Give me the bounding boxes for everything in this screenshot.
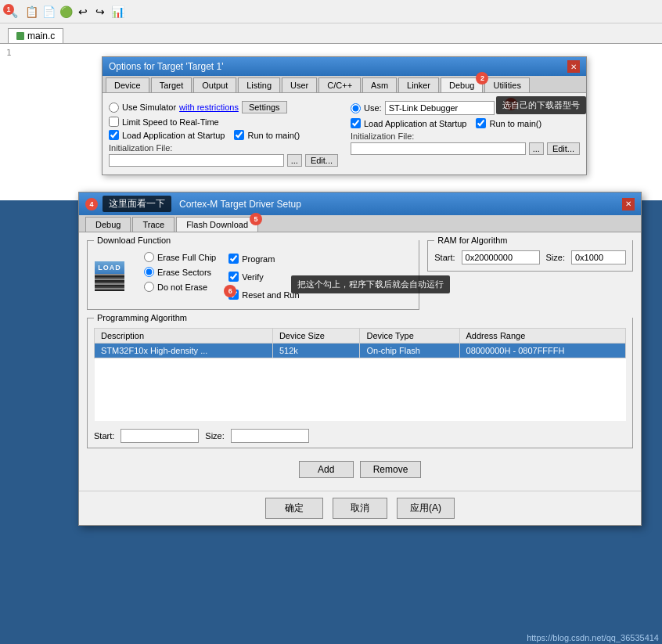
debugger-input[interactable]: ST-Link Debugger	[385, 101, 495, 115]
algo-size-input[interactable]	[231, 429, 309, 443]
toolbar-icon-4: 🟢	[58, 4, 74, 20]
download-function-legend: Download Function	[94, 236, 419, 245]
col-description: Description	[95, 329, 273, 344]
restrictions-link[interactable]: with restrictions	[179, 103, 239, 112]
init-row-right: ... Edit...	[351, 142, 580, 155]
init-edit-right[interactable]: Edit...	[547, 142, 580, 155]
ram-start-input[interactable]	[462, 250, 540, 264]
main-tab-debug[interactable]: Debug	[85, 217, 131, 232]
download-function-box: Download Function LOAD Erase Full Chip	[87, 240, 419, 310]
main-tab-flash[interactable]: Flash Download 5	[176, 217, 258, 232]
cell-description: STM32F10x High-density ...	[95, 344, 273, 358]
main-dialog-close[interactable]: ✕	[622, 198, 635, 210]
footer-url: https://blog.csdn.net/qq_36535414	[0, 631, 662, 644]
ok-button[interactable]: 确定	[265, 498, 323, 519]
bottom-buttons: 确定 取消 应用(A)	[79, 491, 641, 525]
load-app-checkbox-right[interactable]	[351, 118, 361, 128]
tab-label: main.c	[27, 31, 55, 41]
annotation-3: 选自己的下载器型号	[496, 96, 586, 114]
download-function-content: LOAD Erase Full Chip Erase Sect	[88, 250, 419, 309]
toolbar-icon-6: ↪	[92, 4, 108, 20]
ram-content: Start: Size:	[428, 250, 632, 271]
main-dialog-title: Cortex-M Target Driver Setup	[179, 199, 301, 210]
options-tab-user[interactable]: User	[282, 77, 317, 92]
simulator-label: Use Simulator	[122, 103, 176, 112]
toolbar-icon-7: 📊	[110, 4, 125, 20]
init-input-right[interactable]	[351, 142, 526, 155]
init-input-left[interactable]	[109, 154, 284, 167]
check-options: Program Verify Reset and Run 6	[228, 250, 299, 303]
erase-sectors-label: Erase Sectors	[157, 268, 211, 277]
apply-button[interactable]: 应用(A)	[397, 498, 455, 519]
run-to-main-checkbox-right[interactable]	[476, 118, 486, 128]
options-left-panel: Use Simulator with restrictions Settings…	[109, 99, 338, 168]
erase-full-row: Erase Full Chip	[144, 252, 216, 262]
remove-button[interactable]: Remove	[360, 461, 422, 478]
init-dots-right[interactable]: ...	[529, 142, 544, 155]
algo-size-label: Size:	[205, 431, 224, 441]
line-number-1: 1	[6, 48, 12, 58]
options-tab-target[interactable]: Target	[151, 77, 192, 92]
options-tab-linker[interactable]: Linker	[398, 77, 439, 92]
options-tab-device[interactable]: Device	[106, 77, 149, 92]
col-device-size: Device Size	[272, 329, 360, 344]
run-to-main-checkbox-left[interactable]	[234, 130, 244, 140]
init-edit-left[interactable]: Edit...	[305, 154, 338, 167]
options-tab-cpp[interactable]: C/C++	[318, 77, 361, 92]
add-button[interactable]: Add	[299, 461, 354, 478]
erase-full-radio[interactable]	[144, 252, 154, 262]
col-device-type: Device Type	[360, 329, 459, 344]
use-label: Use:	[364, 103, 382, 113]
toolbar-icons: 📋 📄 🟢 ↩ ↪ 📊	[23, 4, 125, 20]
use-row: Use: ST-Link Debugger 3 选自己的下载器型号	[351, 101, 580, 115]
run-to-main-label-right: Run to main()	[489, 119, 541, 128]
algo-start-label: Start:	[94, 431, 114, 441]
limit-speed-row: Limit Speed to Real-Time	[109, 117, 338, 127]
algo-start-input[interactable]	[121, 429, 199, 443]
options-tab-asm[interactable]: Asm	[362, 77, 397, 92]
erase-sectors-radio[interactable]	[144, 267, 154, 277]
options-dialog-title: Options for Target 'Target 1'	[109, 61, 223, 72]
ram-size-input[interactable]	[571, 250, 626, 264]
options-tab-output[interactable]: Output	[193, 77, 236, 92]
options-tab-listing[interactable]: Listing	[238, 77, 280, 92]
use-radio[interactable]	[351, 103, 361, 113]
main-tab-trace[interactable]: Trace	[132, 217, 174, 232]
algo-table-container: Description Device Size Device Type Addr…	[88, 328, 632, 424]
ram-size-label: Size:	[546, 253, 565, 262]
tab-bar: main.c	[0, 23, 662, 44]
program-checkbox[interactable]	[228, 254, 239, 264]
load-icon: LOAD	[94, 261, 125, 293]
cell-device-type: On-chip Flash	[360, 344, 459, 358]
annotation-6: 把这个勾上，程序下载后就会自动运行	[291, 275, 450, 293]
erase-sectors-row: Erase Sectors	[144, 267, 216, 277]
do-not-erase-radio[interactable]	[144, 282, 154, 292]
verify-row: Verify	[228, 272, 299, 282]
badge-4: 4	[85, 198, 98, 210]
badge-1: 1	[3, 4, 14, 15]
cell-address-range: 08000000H - 0807FFFFH	[459, 344, 625, 358]
program-row: Program	[228, 254, 299, 264]
options-dialog-close[interactable]: ✕	[567, 60, 580, 73]
reset-run-row: Reset and Run 6	[228, 290, 299, 300]
tab-dot	[16, 32, 24, 40]
table-row[interactable]: STM32F10x High-density ... 512k On-chip …	[95, 344, 626, 358]
init-dots-left[interactable]: ...	[287, 154, 302, 167]
load-app-row-right: Load Application at Startup Run to main(…	[351, 118, 580, 128]
limit-speed-checkbox[interactable]	[109, 117, 119, 127]
main-dialog-titlebar: 4 这里面看一下 Cortex-M Target Driver Setup ✕	[79, 192, 641, 215]
do-not-erase-row: Do not Erase	[144, 282, 216, 292]
options-dialog-titlebar: Options for Target 'Target 1' ✕	[103, 57, 586, 76]
toolbar-icon-3: 📄	[41, 4, 56, 20]
algo-legend: Programming Algorithm	[94, 313, 632, 322]
cancel-button[interactable]: 取消	[333, 498, 387, 519]
verify-checkbox[interactable]	[228, 272, 239, 282]
main-dialog: 4 这里面看一下 Cortex-M Target Driver Setup ✕ …	[78, 192, 642, 526]
simulator-radio-row: Use Simulator with restrictions Settings	[109, 101, 338, 113]
options-tab-debug[interactable]: Debug 2	[441, 77, 483, 92]
options-tab-utilities[interactable]: Utilities	[484, 77, 529, 92]
simulator-radio[interactable]	[109, 103, 119, 113]
settings-button[interactable]: Settings	[242, 101, 287, 113]
load-app-checkbox-left[interactable]	[109, 130, 119, 140]
editor-tab-main[interactable]: main.c	[8, 28, 63, 43]
